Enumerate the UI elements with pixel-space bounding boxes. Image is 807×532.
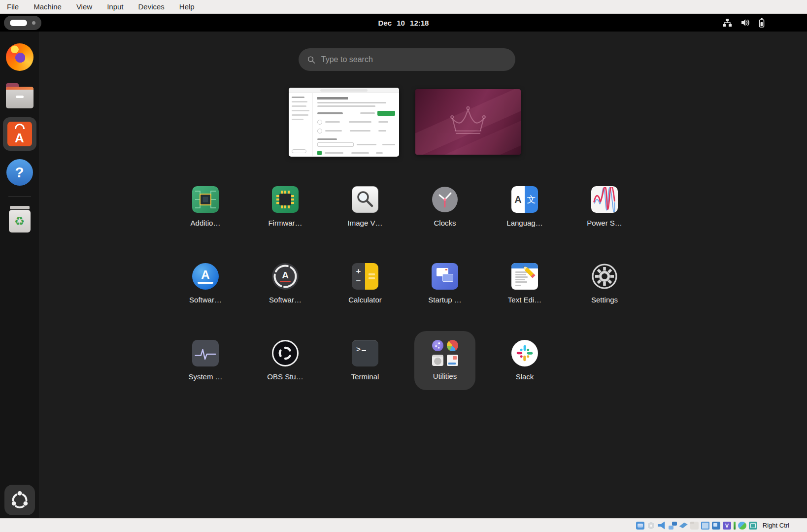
vbox-menubar: File Machine View Input Devices Help <box>0 0 807 14</box>
app-label: Additio… <box>191 219 221 227</box>
host-key-label: Right Ctrl <box>763 522 789 529</box>
window-preview-browser[interactable] <box>289 88 399 157</box>
clock[interactable]: Dec 10 12:18 <box>0 19 807 27</box>
files-icon <box>6 87 34 108</box>
app-label: Settings <box>591 296 618 304</box>
battery-icon <box>759 18 765 28</box>
app-terminal[interactable]: > Terminal <box>325 337 405 414</box>
app-label: Terminal <box>351 372 379 381</box>
dock-item-trash[interactable]: ♻ <box>3 202 36 236</box>
disks-mini-icon <box>432 355 443 366</box>
app-image-viewer[interactable]: Image V… <box>325 183 405 260</box>
settings-icon <box>591 263 618 290</box>
window-preview-wallpaper[interactable] <box>415 89 521 155</box>
browser-toolbar <box>289 88 399 93</box>
app-software-and-updates[interactable]: A Softwar… <box>166 260 245 337</box>
cpu-indicator-icon <box>734 522 736 530</box>
app-language-support[interactable]: A文 Languag… <box>485 183 565 260</box>
browser-sidebar <box>289 93 313 156</box>
menu-file[interactable]: File <box>7 2 19 11</box>
menu-machine[interactable]: Machine <box>34 2 62 11</box>
app-label: Power S… <box>587 219 622 227</box>
display-status-icon[interactable] <box>701 522 709 530</box>
terminal-icon: > <box>352 340 378 366</box>
app-settings[interactable]: Settings <box>565 260 644 337</box>
dock-item-files[interactable] <box>3 79 36 112</box>
volume-icon <box>741 19 750 27</box>
calculator-icon: +− <box>352 263 378 290</box>
app-clocks[interactable]: Clocks <box>405 183 485 260</box>
document-mini-icon <box>447 355 458 366</box>
app-label: Image V… <box>348 219 383 227</box>
search-icon <box>307 56 315 64</box>
menu-view[interactable]: View <box>76 2 92 11</box>
app-obs-studio[interactable]: OBS Stu… <box>245 337 325 414</box>
search-input[interactable] <box>321 55 506 64</box>
additional-drivers-icon <box>192 186 219 213</box>
dock-item-firefox[interactable] <box>3 40 36 74</box>
features-status-icon[interactable] <box>723 522 731 530</box>
trash-icon: ♻ <box>7 206 32 233</box>
dock-divider <box>8 196 31 197</box>
hard-disk-status-icon[interactable] <box>636 522 644 530</box>
utility-mini-icon <box>432 340 443 351</box>
firmware-updater-icon <box>272 186 299 213</box>
utilities-folder-icon <box>432 340 458 366</box>
crown-watermark <box>442 104 494 140</box>
app-label: Slack <box>516 372 534 381</box>
vbox-statusbar: Right Ctrl <box>0 518 807 532</box>
menu-help[interactable]: Help <box>179 2 195 11</box>
app-startup-applications[interactable]: Startup … <box>405 260 485 337</box>
app-power-statistics[interactable]: Power S… <box>565 183 644 260</box>
show-apps-button[interactable] <box>4 485 35 515</box>
app-software-updater[interactable]: A Softwar… <box>245 260 325 337</box>
slack-icon <box>511 340 538 366</box>
gnome-topbar: Dec 10 12:18 <box>0 14 807 32</box>
menu-devices[interactable]: Devices <box>138 2 165 11</box>
software-updater-icon: A <box>272 263 299 290</box>
system-monitor-icon <box>192 340 219 366</box>
keyboard-status-icon[interactable] <box>749 522 757 530</box>
power-statistics-icon <box>591 186 618 213</box>
app-label: Utilities <box>433 372 457 380</box>
disk-usage-mini-icon <box>447 340 458 351</box>
recording-status-icon[interactable] <box>712 522 720 530</box>
show-apps-icon <box>9 490 30 510</box>
app-label: Languag… <box>506 219 542 227</box>
app-additional-drivers[interactable]: Additio… <box>166 183 245 260</box>
dock-item-help[interactable]: ? <box>3 156 36 189</box>
startup-applications-icon <box>432 263 458 290</box>
network-status-icon[interactable] <box>669 522 677 530</box>
ubuntu-software-icon: A <box>7 122 32 146</box>
dock-item-ubuntu-software[interactable]: A <box>3 117 36 151</box>
app-label: System … <box>188 372 222 381</box>
text-editor-icon <box>511 263 538 290</box>
mouse-integration-status-icon[interactable] <box>738 522 746 530</box>
app-calculator[interactable]: +− Calculator <box>325 260 405 337</box>
network-icon <box>722 19 732 27</box>
obs-studio-icon <box>272 340 299 366</box>
system-status-area[interactable] <box>722 14 765 32</box>
browser-content <box>313 93 399 156</box>
app-label: Clocks <box>434 219 456 227</box>
search-bar[interactable] <box>299 48 515 71</box>
app-text-editor[interactable]: Text Edi… <box>485 260 565 337</box>
app-system-monitor[interactable]: System … <box>166 337 245 414</box>
green-button <box>377 111 395 116</box>
audio-status-icon[interactable] <box>658 522 666 530</box>
app-label: Calculator <box>348 296 382 304</box>
optical-disc-status-icon[interactable] <box>647 522 655 530</box>
dock: A ? ♻ <box>0 32 39 518</box>
app-firmware-updater[interactable]: Firmwar… <box>245 183 325 260</box>
app-label: Firmwar… <box>268 219 302 227</box>
image-viewer-icon <box>352 186 378 213</box>
usb-status-icon[interactable] <box>679 522 688 530</box>
menu-input[interactable]: Input <box>107 2 123 11</box>
app-label: Startup … <box>428 296 462 304</box>
app-label: Softwar… <box>189 296 222 304</box>
language-support-icon: A文 <box>511 186 538 213</box>
firefox-icon <box>6 43 34 71</box>
app-folder-utilities[interactable]: Utilities <box>405 337 485 414</box>
app-slack[interactable]: Slack <box>485 337 565 414</box>
shared-folders-status-icon[interactable] <box>690 522 699 530</box>
